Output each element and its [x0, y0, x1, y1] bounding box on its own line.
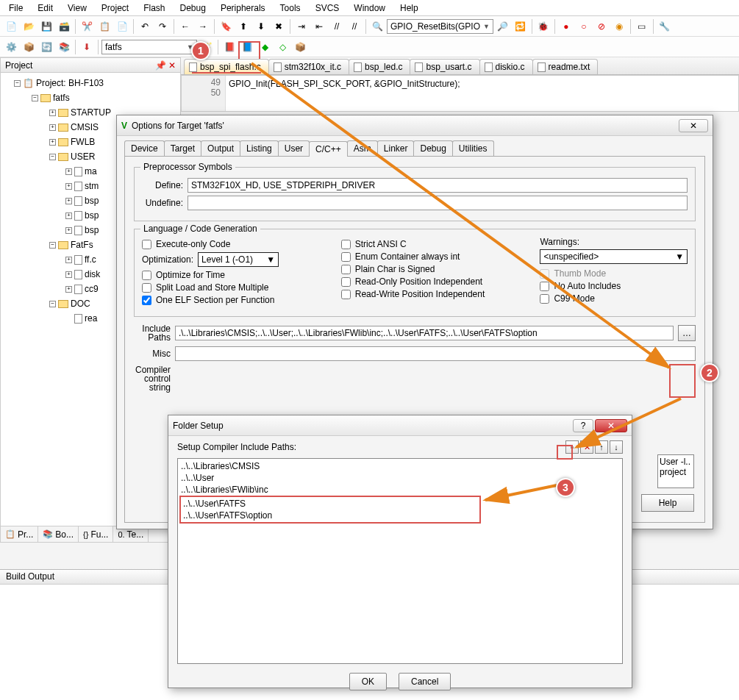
menu-file[interactable]: File — [3, 1, 29, 15]
menu-edit[interactable]: Edit — [32, 1, 59, 15]
open-icon[interactable]: 📂 — [21, 18, 37, 35]
find-combo[interactable]: GPIO_ResetBits(GPIO▼ — [387, 19, 493, 34]
pin-icon[interactable]: 📌 — [155, 60, 166, 71]
undefine-input[interactable] — [188, 196, 688, 210]
editor-tab[interactable]: stm32f10x_it.c — [268, 59, 349, 74]
define-input[interactable]: STM32F10X_HD, USE_STDPERIPH_DRIVER — [188, 178, 688, 193]
plain-char-check[interactable]: Plain Char is Signed — [341, 264, 526, 274]
bookmark-prev-icon[interactable]: ⬆ — [235, 18, 251, 35]
tab-debug[interactable]: Debug — [413, 140, 452, 156]
bookmark-icon[interactable]: 🔖 — [218, 18, 234, 35]
redo-icon[interactable]: ↷ — [154, 18, 171, 35]
strict-ansi-check[interactable]: Strict ANSI C — [341, 239, 526, 249]
rebuild-icon[interactable]: 🔄 — [38, 39, 54, 55]
undo-icon[interactable]: ↶ — [137, 18, 153, 35]
editor-tab[interactable]: bsp_led.c — [349, 59, 410, 74]
nav-fwd-icon[interactable]: → — [195, 18, 211, 35]
editor-tab-active[interactable]: bsp_spi_flash.c — [184, 59, 269, 74]
configure-icon[interactable]: 🔧 — [657, 18, 673, 35]
outdent-icon[interactable]: ⇤ — [311, 18, 327, 35]
debug-icon[interactable]: 🐞 — [535, 18, 551, 35]
tab-books[interactable]: 📚 Bo... — [38, 526, 79, 542]
warnings-select[interactable]: <unspecified>▼ — [540, 249, 688, 264]
tab-output[interactable]: Output — [201, 140, 240, 156]
menu-debug[interactable]: Debug — [174, 1, 212, 15]
folder-path-item[interactable]: ..\..\User\FATFS — [182, 498, 479, 510]
find-icon[interactable]: 🔍 — [369, 18, 385, 35]
editor-tab[interactable]: diskio.c — [479, 59, 533, 74]
folder-up-icon[interactable]: ↑ — [595, 440, 608, 454]
bookmark-clear-icon[interactable]: ✖ — [271, 18, 287, 35]
new-file-icon[interactable]: 📄 — [3, 18, 19, 35]
find-next-icon[interactable]: 🔎 — [495, 18, 511, 35]
menu-svcs[interactable]: SVCS — [310, 1, 346, 15]
menu-help[interactable]: Help — [394, 1, 424, 15]
pack-installer-icon[interactable]: 📦 — [292, 39, 308, 55]
editor-tab[interactable]: bsp_usart.c — [410, 59, 479, 74]
nav-back-icon[interactable]: ← — [177, 18, 193, 35]
indent-icon[interactable]: ⇥ — [293, 18, 310, 35]
manage-multi-icon[interactable]: ◇ — [274, 39, 290, 55]
tab-utilities[interactable]: Utilities — [452, 140, 494, 156]
folder-path-item[interactable]: ..\..\Libraries\CMSIS — [179, 460, 621, 472]
batch-build-icon[interactable]: 📚 — [56, 39, 72, 55]
folder-delete-icon[interactable]: ✕ — [580, 440, 593, 454]
translate-icon[interactable]: ⚙️ — [3, 39, 19, 55]
execute-only-check[interactable]: Execute-only Code — [142, 239, 326, 249]
breakpoint-all-icon[interactable]: ◉ — [611, 18, 627, 35]
folder-path-item[interactable]: ..\..\Libraries\FWlib\inc — [179, 484, 621, 496]
menu-window[interactable]: Window — [348, 1, 391, 15]
enum-container-check[interactable]: Enum Container always int — [341, 251, 526, 262]
tab-project[interactable]: 📋 Pr... — [1, 526, 38, 542]
folder-ok-button[interactable]: OK — [349, 673, 387, 690]
breakpoint-kill-icon[interactable]: ⊘ — [593, 18, 610, 35]
include-paths-browse[interactable]: … — [678, 325, 696, 341]
target-combo[interactable]: fatfs▼ — [101, 40, 197, 54]
uncomment-icon[interactable]: // — [346, 18, 363, 35]
tree-root[interactable]: −📋Project: BH-F103 — [4, 76, 177, 90]
one-elf-check[interactable]: One ELF Section per Function — [142, 295, 326, 305]
tab-c-cpp[interactable]: C/C++ — [309, 141, 348, 157]
tab-target[interactable]: Target — [164, 140, 201, 156]
menu-flash[interactable]: Flash — [138, 1, 171, 15]
menu-project[interactable]: Project — [96, 1, 135, 15]
comment-icon[interactable]: // — [329, 18, 345, 35]
breakpoint-disable-icon[interactable]: ○ — [576, 18, 592, 35]
build-icon[interactable]: 📦 — [21, 39, 37, 55]
replace-icon[interactable]: 🔁 — [513, 18, 529, 35]
code-text[interactable]: GPIO_Init(FLASH_SPI_SCK_PORT, &GPIO_Init… — [226, 76, 738, 111]
save-icon[interactable]: 💾 — [38, 18, 54, 35]
tree-target[interactable]: −fatfs — [4, 90, 177, 105]
options-dialog-close[interactable]: ✕ — [679, 119, 708, 132]
folder-down-icon[interactable]: ↓ — [610, 440, 623, 454]
breakpoint-icon[interactable]: ● — [558, 18, 574, 35]
bookmark-next-icon[interactable]: ⬇ — [253, 18, 269, 35]
split-load-check[interactable]: Split Load and Store Multiple — [142, 282, 326, 293]
include-paths-input[interactable]: .\..\Libraries\CMSIS;..\..\User;..\..\Li… — [175, 326, 674, 340]
misc-input[interactable] — [175, 346, 696, 361]
download-icon[interactable]: ⬇ — [79, 39, 95, 55]
editor-tab[interactable]: readme.txt — [532, 59, 599, 74]
rw-pi-check[interactable]: Read-Write Position Independent — [341, 289, 526, 299]
ro-pi-check[interactable]: Read-Only Position Independent — [341, 276, 526, 287]
help-button[interactable]: Help — [641, 494, 694, 512]
cut-icon[interactable]: ✂️ — [79, 18, 95, 35]
folder-new-icon[interactable]: ▫ — [565, 440, 579, 454]
file-ext-icon[interactable]: 📘 — [239, 39, 255, 55]
folder-dialog-close[interactable]: ✕ — [595, 419, 627, 432]
folder-path-item[interactable]: ..\..\User\FATFS\option — [182, 510, 479, 521]
copy-icon[interactable]: 📋 — [96, 18, 113, 35]
window-icon[interactable]: ▭ — [634, 18, 650, 35]
tab-device[interactable]: Device — [124, 140, 165, 156]
side-list[interactable]: User -l.. project — [657, 454, 694, 488]
tab-user[interactable]: User — [278, 140, 310, 156]
folder-path-item[interactable]: ..\..\User — [179, 472, 621, 484]
code-editor[interactable]: 4950 GPIO_Init(FLASH_SPI_SCK_PORT, &GPIO… — [181, 75, 739, 112]
manage-project-icon[interactable]: ◆ — [257, 39, 273, 55]
tab-functions[interactable]: {} Fu... — [79, 526, 113, 542]
menu-view[interactable]: View — [62, 1, 93, 15]
menu-peripherals[interactable]: Peripherals — [215, 1, 271, 15]
save-all-icon[interactable]: 🗃️ — [56, 18, 72, 35]
folder-dialog-help[interactable]: ? — [573, 419, 593, 432]
folder-cancel-button[interactable]: Cancel — [399, 673, 451, 690]
